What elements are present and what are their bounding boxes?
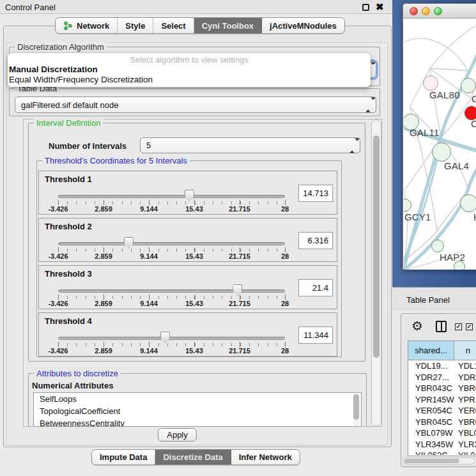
tick-label: 21.715 [229,252,250,260]
cell[interactable]: YIL052C [408,450,454,455]
list-item[interactable]: TopologicalCoefficient [34,405,361,417]
table-row[interactable]: YPR145WYPR1 [408,394,476,406]
network-node[interactable] [460,194,476,212]
table-row[interactable]: YDL19...YDL1 [408,360,476,372]
numerical-attributes-label: Numerical Attributes [32,381,113,390]
table-body: YDL19...YDL1 YDR27...YDR2 YBR043CYBR0 YP… [408,360,476,455]
cell[interactable]: YER054C [408,405,454,417]
cell[interactable]: YPR1 [454,394,476,406]
cell[interactable]: YBL0 [454,427,476,439]
table-data-selected: galFiltered.sif default node [21,100,362,110]
close-traffic-light-icon[interactable] [410,7,418,15]
tab-cyni-toolbox-label: Cyni Toolbox [202,21,254,31]
network-window[interactable]: GAL80GACGAL11GAL4GCY1HHAP2 [403,3,476,270]
checkbox-checked-icon[interactable]: ✓ [466,323,473,330]
bottom-tab-bar: Impute Data Discretize Data Infer Networ… [91,449,300,465]
node-table[interactable]: shared... n YDL19...YDL1 YDR27...YDR2 YB… [408,341,476,456]
network-window-titlebar[interactable] [403,4,476,19]
cell[interactable]: YDL19... [408,360,454,372]
cell[interactable]: YIL0 [454,450,476,455]
num-intervals-combobox[interactable]: 5 [140,137,360,153]
algorithm-option-manual[interactable]: Manual Discretization [9,65,98,74]
settings-vertical-scrollbar[interactable] [371,119,381,426]
cell[interactable]: YLR345W [408,439,454,450]
cell[interactable]: YDL1 [454,360,476,372]
split-columns-icon[interactable] [436,321,447,332]
table-row[interactable]: YDR27...YDR2 [408,372,476,383]
node-label: H [473,211,476,222]
cell[interactable]: YBR043C [408,383,454,394]
cell[interactable]: YPR145W [408,394,454,406]
list-item[interactable]: SelfLoops [34,393,361,405]
tab-jactivemnodules[interactable]: jActiveMNodules [262,18,344,33]
table-row[interactable]: YLR345WYLR3 [408,439,476,450]
table-row[interactable]: YIL052CYIL0 [408,450,476,455]
tab-select[interactable]: Select [153,18,194,33]
tick-label: 28 [281,205,289,213]
network-node[interactable] [431,240,444,252]
threshold-value-field[interactable]: 14.713 [298,185,333,202]
table-data-group: Table Data galFiltered.sif default node [9,88,380,116]
slider-thumb[interactable] [185,190,194,201]
tick-label: 21.715 [229,300,250,307]
network-node[interactable] [423,75,438,91]
cell[interactable]: YER0 [454,405,476,417]
tick-label: 9.144 [140,300,158,307]
cell[interactable]: YLR3 [454,439,476,450]
tab-discretize-data[interactable]: Discretize Data [155,450,231,464]
gear-icon[interactable]: ⚙ [411,318,423,334]
cell[interactable]: YDR27... [408,372,454,383]
column-header-name[interactable]: n [454,341,476,360]
table-row[interactable]: YER054CYER0 [408,405,476,417]
table-row[interactable]: YBR043CYBR0 [408,383,476,394]
tick-label: 15.43 [185,300,203,307]
list-scrollbar[interactable] [353,394,360,426]
scrollbar-thumb[interactable] [353,394,359,420]
table-horizontal-scrollbar[interactable] [403,457,475,464]
table-row[interactable]: YBL079WYBL0 [408,427,476,439]
control-panel: Control Panel ✖ Network Style Select Cyn… [0,0,392,476]
minimize-traffic-light-icon[interactable] [422,7,430,15]
tab-select-label: Select [161,21,185,31]
threshold-value-field[interactable]: 11.344 [298,326,333,344]
network-node[interactable] [461,78,476,93]
cell[interactable]: YBR0 [454,383,476,394]
checkbox-checked-icon[interactable]: ✓ [455,323,462,330]
network-canvas[interactable]: GAL80GACGAL11GAL4GCY1HHAP2 [404,19,476,270]
tick-label: 9.144 [140,205,158,213]
cell[interactable]: YBL079W [408,427,454,439]
list-item[interactable]: BetweennessCentrality [34,417,361,427]
cell[interactable]: YDR2 [454,372,476,383]
threshold-panel: Threshold 1 -3.426 2.859 9.144 15.43 21.… [38,171,337,215]
tab-impute-data-label: Impute Data [100,452,147,462]
scrollbar-thumb[interactable] [404,459,459,463]
scrollbar-thumb[interactable] [373,135,380,358]
cell[interactable]: YBR0 [454,417,476,428]
tab-impute-data[interactable]: Impute Data [92,450,155,464]
table-row[interactable]: YBR045CYBR0 [408,417,476,428]
table-data-combobox[interactable]: galFiltered.sif default node [15,96,376,113]
threshold-value-field[interactable]: 6.316 [298,232,333,249]
table-panel: ⚙ ✓ ✓ shared... n YDL19...YDL1 YDR27...Y… [401,313,476,467]
network-node[interactable] [432,142,451,162]
threshold-value-field[interactable]: 21.4 [298,279,333,296]
numerical-attributes-list[interactable]: SelfLoops TopologicalCoefficient Between… [33,392,362,427]
tab-style[interactable]: Style [118,18,153,33]
apply-button[interactable]: Apply [158,428,197,441]
zoom-traffic-light-icon[interactable] [434,7,442,15]
slider-thumb[interactable] [160,332,170,343]
cell[interactable]: YBR045C [408,417,454,428]
tab-network[interactable]: Network [56,18,118,33]
tab-cyni-toolbox[interactable]: Cyni Toolbox [194,18,262,33]
slider-thumb[interactable] [124,237,134,249]
tab-discretize-data-label: Discretize Data [163,452,222,462]
float-window-icon[interactable] [362,4,369,11]
threshold-panel: Threshold 3 -3.426 2.859 9.144 15.43 21.… [38,265,337,309]
tab-infer-network[interactable]: Infer Network [231,450,300,464]
close-icon[interactable]: ✖ [376,1,384,13]
column-header-shared-name[interactable]: shared... [408,341,454,360]
threshold-panel: Threshold 4 -3.426 2.859 9.144 15.43 21.… [38,312,337,357]
algorithm-option-equal-width[interactable]: Equal Width/Frequency Discretization [9,75,153,84]
slider-thumb[interactable] [233,284,242,296]
node-label: C [471,118,476,129]
